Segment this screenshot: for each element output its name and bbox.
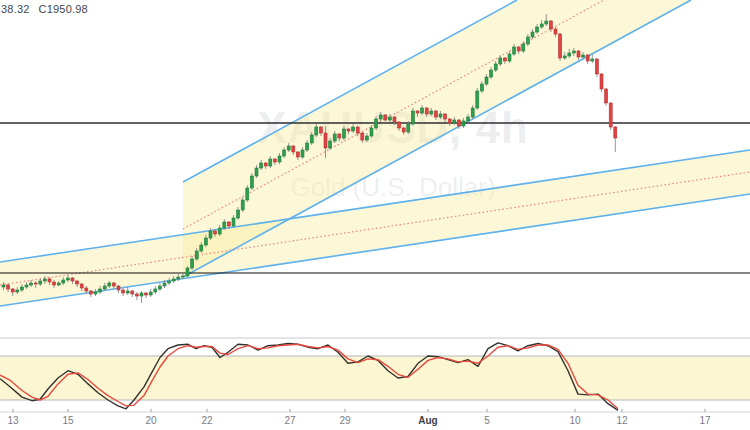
oscillator-pane — [0, 338, 750, 410]
time-axis-label-17: 17 — [699, 415, 711, 426]
shallow-ascending-channel-fill — [0, 150, 750, 306]
time-axis-label-10: 10 — [569, 415, 581, 426]
time-axis-label-12: 12 — [616, 415, 628, 426]
time-axis-label-27: 27 — [284, 415, 296, 426]
ohlc-legend-close-value: C1950.98 — [39, 3, 88, 15]
price-chart-canvas[interactable]: 131520222729Aug5101217 — [0, 0, 750, 430]
trading-chart-window: 38.32 C1950.98 XAUUSD, 4h Gold (U.S. Dol… — [0, 0, 750, 430]
time-axis-label-Aug: Aug — [418, 415, 437, 426]
ohlc-legend-low-value: 38.32 — [1, 3, 30, 15]
channel-fills — [0, 0, 750, 306]
oscillator-band-fill — [0, 356, 750, 400]
time-axis-label-13: 13 — [7, 415, 19, 426]
time-axis-label-20: 20 — [145, 415, 157, 426]
time-axis-label-29: 29 — [339, 415, 351, 426]
time-axis[interactable]: 131520222729Aug5101217 — [0, 409, 750, 426]
ohlc-legend: 38.32 C1950.98 — [1, 3, 88, 15]
time-axis-label-15: 15 — [62, 415, 74, 426]
time-axis-label-5: 5 — [484, 415, 490, 426]
time-axis-label-22: 22 — [201, 415, 213, 426]
